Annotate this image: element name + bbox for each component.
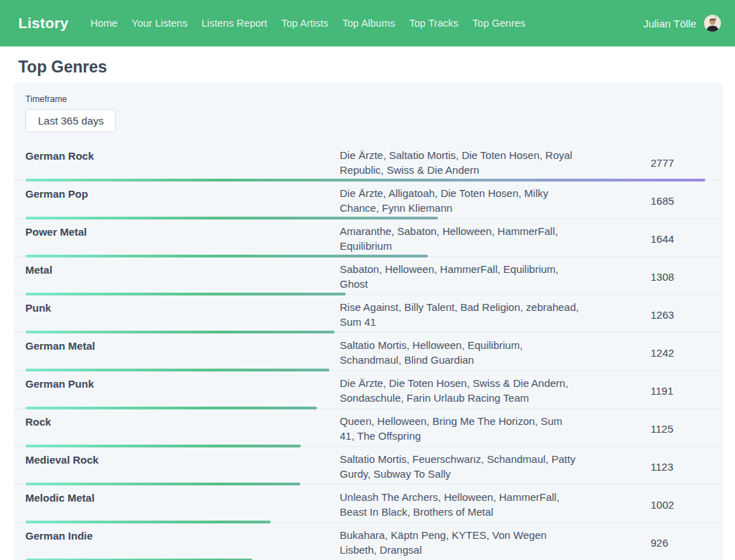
main-nav: Home Your Listens Listens Report Top Art… <box>90 18 643 29</box>
genre-row: Medieval Rock Saltatio Mortis, Feuerschw… <box>14 447 723 485</box>
genre-artists: Unleash The Archers, Helloween, HammerFa… <box>340 490 579 519</box>
genre-name: Power Metal <box>25 224 340 253</box>
app-logo[interactable]: Listory <box>18 15 68 32</box>
genre-row: German Punk Die Ärzte, Die Toten Hosen, … <box>14 371 723 409</box>
genre-name: Punk <box>25 300 340 329</box>
nav-link-top-tracks[interactable]: Top Tracks <box>409 18 459 29</box>
page-title: Top Genres <box>18 57 735 77</box>
genre-artists: Bukahara, Käptn Peng, KYTES, Von Wegen L… <box>340 528 579 557</box>
genre-artists: Sabaton, Helloween, HammerFall, Equilibr… <box>340 262 579 291</box>
genre-plays: 1685 <box>579 195 705 207</box>
timeframe-select[interactable]: Last 365 days <box>25 109 116 132</box>
genre-plays: 1125 <box>579 423 705 435</box>
nav-link-home[interactable]: Home <box>90 18 117 29</box>
genre-name: Metal <box>25 262 340 291</box>
genre-artists: Die Ärzte, Saltatio Mortis, Die Toten Ho… <box>340 148 579 177</box>
user-name[interactable]: Julian Tölle <box>643 18 696 30</box>
top-genres-card: Timeframe Last 365 days German Rock Die … <box>14 82 723 560</box>
genre-row: German Rock Die Ärzte, Saltatio Mortis, … <box>14 143 723 181</box>
timeframe-label: Timeframe <box>25 94 712 105</box>
genre-row: Metal Sabaton, Helloween, HammerFall, Eq… <box>14 257 723 295</box>
genre-artists: Die Ärzte, Die Toten Hosen, Swiss & Die … <box>340 376 579 405</box>
genre-artists: Queen, Helloween, Bring Me The Horizon, … <box>340 414 579 443</box>
genre-plays: 926 <box>579 537 705 549</box>
genre-artists: Die Ärzte, Alligatoah, Die Toten Hosen, … <box>340 186 579 215</box>
genre-row: Power Metal Amaranthe, Sabaton, Hellowee… <box>14 219 723 257</box>
nav-link-listens-report[interactable]: Listens Report <box>201 18 267 29</box>
genre-artists: Amaranthe, Sabaton, Helloween, HammerFal… <box>340 224 579 253</box>
genre-plays: 1308 <box>579 271 705 283</box>
genre-plays: 1002 <box>579 499 705 511</box>
genre-plays: 2777 <box>579 157 705 169</box>
genre-name: German Punk <box>25 376 340 405</box>
nav-link-top-genres[interactable]: Top Genres <box>473 18 525 29</box>
genre-row: Melodic Metal Unleash The Archers, Hello… <box>14 485 723 523</box>
genre-name: Rock <box>25 414 340 443</box>
genre-plays: 1644 <box>579 233 705 245</box>
user-area: Julian Tölle <box>643 15 721 32</box>
top-navbar: Listory Home Your Listens Listens Report… <box>0 0 735 46</box>
genre-plays: 1263 <box>579 309 705 321</box>
genre-row: Rock Queen, Helloween, Bring Me The Hori… <box>14 409 723 447</box>
genre-plays: 1191 <box>579 385 705 397</box>
avatar-photo-icon <box>704 15 721 32</box>
genre-row: German Metal Saltatio Mortis, Helloween,… <box>14 333 723 371</box>
genre-name: Melodic Metal <box>25 490 340 519</box>
timeframe-control: Timeframe Last 365 days <box>14 94 723 132</box>
nav-link-your-listens[interactable]: Your Listens <box>132 18 187 29</box>
genre-plays: 1242 <box>579 347 705 359</box>
genre-row: Punk Rise Against, Billy Talent, Bad Rel… <box>14 295 723 333</box>
genre-name: German Indie <box>25 528 340 557</box>
genre-row: German Pop Die Ärzte, Alligatoah, Die To… <box>14 181 723 219</box>
genres-table: German Rock Die Ärzte, Saltatio Mortis, … <box>14 143 723 560</box>
genre-name: Medieval Rock <box>25 452 340 481</box>
genre-plays: 1123 <box>579 461 705 473</box>
genre-name: German Pop <box>25 186 340 215</box>
genre-name: German Metal <box>25 338 340 367</box>
genre-artists: Saltatio Mortis, Helloween, Equilibrium,… <box>340 338 579 367</box>
genre-row: German Indie Bukahara, Käptn Peng, KYTES… <box>14 523 723 560</box>
nav-link-top-artists[interactable]: Top Artists <box>281 18 328 29</box>
genre-artists: Saltatio Mortis, Feuerschwanz, Schandmau… <box>340 452 579 481</box>
main-content: Top Genres Timeframe Last 365 days Germa… <box>0 57 735 560</box>
genre-name: German Rock <box>25 148 340 177</box>
nav-link-top-albums[interactable]: Top Albums <box>343 18 395 29</box>
genre-artists: Rise Against, Billy Talent, Bad Religion… <box>340 300 579 329</box>
user-avatar[interactable] <box>704 15 721 32</box>
